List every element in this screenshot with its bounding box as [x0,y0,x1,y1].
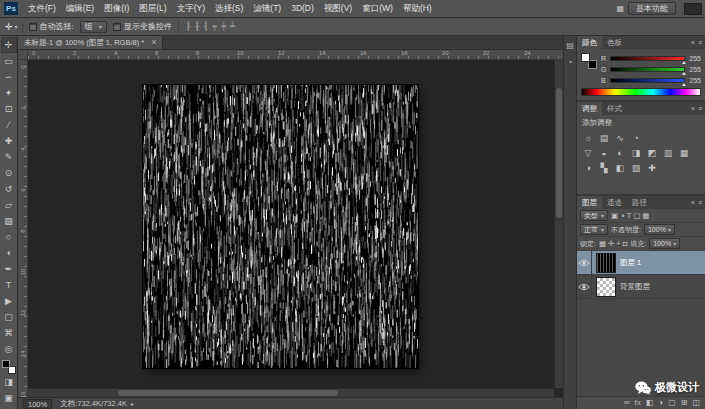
tool-pen[interactable]: ✒ [1,261,17,277]
panel-collapse-icon[interactable]: « [691,199,695,206]
layer-effects-icon[interactable]: fx [635,399,641,407]
dock-properties-panel-icon[interactable]: ◔ [568,58,573,67]
adjustment-photo-filter-icon[interactable]: ◩ [644,145,660,160]
menu-item[interactable]: 图像(I) [99,0,134,17]
align-top-icon[interactable]: ┯ [211,22,218,31]
menu-item[interactable]: 编辑(E) [61,0,99,17]
layer-visibility-toggle[interactable] [577,275,592,298]
menu-item[interactable]: 滤镜(T) [248,0,286,17]
lock-all-icon[interactable]: ◘ [623,240,628,248]
tool-blur[interactable]: ○ [1,229,17,245]
menu-item[interactable]: 文件(F) [23,0,61,17]
workspace-switcher-button[interactable]: 基本功能 [628,2,676,15]
tool-rectangular-marquee[interactable]: ▭ [1,53,17,69]
window-control[interactable] [684,3,702,15]
adjustment-exposure-icon[interactable]: ◔ [628,130,644,145]
horizontal-ruler[interactable]: 024681012141618202224 [28,50,563,60]
filter-pixel-layers-icon[interactable]: ▣ [611,212,618,220]
adjustment-black-white-icon[interactable]: ◨ [628,145,644,160]
document-canvas[interactable] [143,85,418,368]
layer-filter-kind-select[interactable]: 类型 ▾ [580,210,608,221]
tool-zoom[interactable]: ◎ [1,341,17,357]
current-tool-preset[interactable]: ✛ ▾ [5,22,23,32]
document-tab[interactable]: 未标题-1 @ 100% (图层 1, RGB/8) * × [18,36,163,49]
tool-gradient[interactable]: ▨ [1,213,17,229]
tool-healing-brush[interactable]: ✚ [1,133,17,149]
fill-field[interactable]: 100% ▾ [649,238,680,249]
zoom-level-field[interactable]: 100% [23,399,52,409]
tool-brush[interactable]: ✎ [1,149,17,165]
new-layer-icon[interactable]: ⊞ [681,399,688,407]
panel-collapse-icon[interactable]: « [691,39,695,46]
layer-visibility-toggle[interactable] [577,251,592,274]
new-adjustment-layer-icon[interactable]: ◑ [658,399,663,407]
new-group-icon[interactable]: ▢ [668,399,676,407]
link-layers-icon[interactable]: ∞ [624,399,630,407]
adjustment-posterize-icon[interactable]: ▚ [596,160,612,175]
adjustment-gradient-map-icon[interactable]: ▧ [628,160,644,175]
layer-thumbnail[interactable] [596,253,616,273]
filter-type-layers-icon[interactable]: T [627,212,632,220]
adjustment-selective-color-icon[interactable]: ✚ [644,160,660,175]
menu-item[interactable]: 帮助(H) [398,0,437,17]
layer-thumbnail[interactable] [596,277,616,297]
tool-crop[interactable]: ⊡ [1,101,17,117]
vertical-ruler[interactable]: 0246810121416 [18,60,28,397]
tool-dodge[interactable]: ◖ [1,245,17,261]
auto-select-target-select[interactable]: 组 ▾ [80,21,107,33]
vertical-scrollbar[interactable] [554,60,563,388]
adjustment-levels-icon[interactable]: ▤ [596,130,612,145]
lock-position-icon[interactable]: + [616,240,620,248]
adjustment-hue-saturation-icon[interactable]: ◒ [596,145,612,160]
menu-item[interactable]: 3D(D) [286,0,319,17]
adjustment-invert-icon[interactable]: ◑ [580,160,596,175]
horizontal-scrollbar[interactable] [28,388,554,397]
layer-row[interactable]: 图层 1 [577,251,705,275]
color-panel-tab[interactable]: 色板 [602,36,627,49]
filter-smart-objects-icon[interactable]: ▦ [642,212,649,220]
color-panel-tab[interactable]: 颜色 [577,36,602,49]
layers-panel-tab[interactable]: 通道 [602,196,627,209]
adjustments-panel-tab[interactable]: 调整 [577,102,602,115]
panel-menu-icon[interactable]: ≡ [698,105,702,112]
tool-type[interactable]: T [1,277,17,293]
tool-clone-stamp[interactable]: ⊙ [1,165,17,181]
add-layer-mask-icon[interactable]: ◧ [646,399,654,407]
layer-row[interactable]: 背景图层 [577,275,705,299]
blue-channel-slider[interactable]: B 255 [601,75,701,85]
align-bottom-icon[interactable]: ┷ [229,22,236,31]
green-channel-slider[interactable]: G 255 [601,64,701,74]
tool-move[interactable]: ✛ [1,37,17,53]
tool-eyedropper[interactable]: ∕ [1,117,17,133]
panel-menu-icon[interactable]: ≡ [698,199,702,206]
canvas-viewport[interactable] [28,60,563,397]
align-right-icon[interactable]: ┨ [202,22,209,31]
tool-rectangle-shape[interactable]: ▢ [1,309,17,325]
vertical-scrollbar-thumb[interactable] [556,88,562,218]
menu-item[interactable]: 图层(L) [134,0,171,17]
status-flyout-icon[interactable]: ▸ [131,400,134,407]
tool-path-selection[interactable]: ▶ [1,293,17,309]
tool-lasso[interactable]: ∽ [1,69,17,85]
menu-item[interactable]: 选择(S) [210,0,248,17]
foreground-color-swatch[interactable] [2,360,10,368]
layers-panel-tab[interactable]: 路径 [627,196,652,209]
align-center-horizontal-icon[interactable]: ╂ [194,22,201,31]
adjustments-panel-tab[interactable]: 样式 [602,102,627,115]
lock-transparency-icon[interactable]: ▦ [599,240,606,248]
menu-item[interactable]: 文字(Y) [172,0,210,17]
foreground-color-chip[interactable] [581,53,590,62]
tool-eraser[interactable]: ▱ [1,197,17,213]
align-left-icon[interactable]: ┠ [185,22,192,31]
adjustment-brightness-contrast-icon[interactable]: ☼ [580,130,596,145]
panel-collapse-icon[interactable]: « [691,105,695,112]
opacity-field[interactable]: 100% ▾ [644,224,675,235]
color-spectrum-ramp[interactable] [581,88,701,96]
close-tab-icon[interactable]: × [151,38,156,47]
adjustment-color-balance-icon[interactable]: ◐ [612,145,628,160]
color-panel-swatches[interactable] [581,53,597,69]
lock-image-pixels-icon[interactable]: ✛ [608,240,614,248]
adjustment-curves-icon[interactable]: ∿ [612,130,628,145]
red-channel-slider[interactable]: R 255 [601,53,701,63]
adjustment-color-lookup-icon[interactable]: ▦ [676,145,692,160]
